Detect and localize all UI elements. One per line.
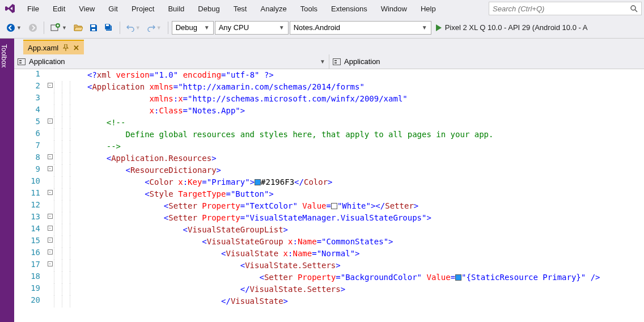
- code-line[interactable]: <?xml version="1.0" encoding="utf-8" ?>: [85, 69, 644, 81]
- line-number: 11: [14, 188, 46, 200]
- code-line[interactable]: <VisualStateGroup x:Name="CommonStates">: [85, 236, 644, 248]
- nav-type-dropdown[interactable]: Application ▼: [14, 54, 329, 69]
- code-editor[interactable]: 12-345-678-9-1011-1213-14-15-16-17-18192…: [14, 69, 644, 322]
- code-line[interactable]: <Application.Resources>: [85, 152, 644, 164]
- code-line[interactable]: <Application xmlns="http://xamarin.com/s…: [85, 81, 644, 93]
- fold-toggle: [46, 176, 54, 188]
- toolbox-panel-tab[interactable]: Toolbox: [0, 39, 14, 322]
- fold-toggle: [46, 105, 54, 117]
- svg-point-0: [631, 6, 635, 10]
- menu-debug[interactable]: Debug: [191, 2, 226, 15]
- menu-tools[interactable]: Tools: [294, 2, 324, 15]
- fold-toggle[interactable]: -: [46, 81, 54, 93]
- menu-project[interactable]: Project: [125, 2, 161, 15]
- search-box[interactable]: [489, 2, 642, 15]
- gutter-row: 3: [14, 93, 85, 105]
- code-line[interactable]: <VisualStateGroupList>: [85, 224, 644, 236]
- line-number: 16: [14, 248, 46, 260]
- menu-git[interactable]: Git: [101, 2, 125, 15]
- line-number: 6: [14, 129, 46, 141]
- search-input[interactable]: [493, 5, 630, 13]
- fold-toggle[interactable]: -: [46, 188, 54, 200]
- fold-toggle[interactable]: -: [46, 164, 54, 176]
- gutter-row: 18: [14, 272, 85, 283]
- code-line[interactable]: </VisualState.Setters>: [85, 283, 644, 295]
- start-debug-button[interactable]: Pixel 2 XL Q 10.0 - API 29 (Android 10.0…: [433, 20, 594, 35]
- fold-toggle: [46, 283, 54, 295]
- gutter-row: 10: [14, 176, 85, 188]
- menu-analyze[interactable]: Analyze: [253, 2, 293, 15]
- code-line[interactable]: <Setter Property="VisualStateManager.Vis…: [85, 212, 644, 224]
- line-number: 14: [14, 224, 46, 236]
- svg-line-1: [635, 10, 637, 12]
- fold-toggle[interactable]: -: [46, 224, 54, 236]
- gutter-row: 8-: [14, 152, 85, 164]
- menu-edit[interactable]: Edit: [46, 2, 72, 15]
- menu-build[interactable]: Build: [161, 2, 191, 15]
- nav-back-button[interactable]: ▼: [3, 20, 24, 35]
- fold-toggle: [46, 69, 54, 81]
- code-line[interactable]: <!--: [85, 117, 644, 129]
- config-dropdown[interactable]: Debug▼: [172, 21, 214, 35]
- code-line[interactable]: -->: [85, 141, 644, 152]
- gutter-row: 11-: [14, 188, 85, 200]
- startup-project-dropdown[interactable]: Notes.Android▼: [290, 21, 431, 35]
- new-project-button[interactable]: ▼: [48, 20, 70, 35]
- gutter-row: 12: [14, 200, 85, 212]
- platform-dropdown[interactable]: Any CPU▼: [215, 21, 289, 35]
- fold-toggle[interactable]: -: [46, 248, 54, 260]
- fold-toggle[interactable]: -: [46, 152, 54, 164]
- close-icon[interactable]: ✕: [73, 44, 79, 52]
- nav-member-dropdown[interactable]: Application: [329, 54, 644, 69]
- save-all-button[interactable]: [101, 20, 116, 35]
- line-number: 7: [14, 141, 46, 152]
- class-icon: [333, 58, 341, 65]
- code-line[interactable]: </VisualState>: [85, 295, 644, 307]
- redo-button[interactable]: ▼: [145, 20, 164, 35]
- pin-icon[interactable]: [63, 44, 69, 51]
- menu-test[interactable]: Test: [227, 2, 254, 15]
- code-line[interactable]: <Color x:Key="Primary">#2196F3</Color>: [85, 176, 644, 188]
- code-line[interactable]: <VisualState.Setters>: [85, 260, 644, 272]
- fold-toggle: [46, 93, 54, 105]
- code-line[interactable]: <VisualState x:Name="Normal">: [85, 248, 644, 260]
- gutter-row: 5-: [14, 117, 85, 129]
- line-number: 10: [14, 176, 46, 188]
- menubar: FileEditViewGitProjectBuildDebugTestAnal…: [0, 0, 644, 17]
- code-line[interactable]: <Setter Property="TextColor" Value="Whit…: [85, 200, 644, 212]
- menu-help[interactable]: Help: [414, 2, 443, 15]
- menu-view[interactable]: View: [72, 2, 101, 15]
- code-line[interactable]: <Style TargetType="Button">: [85, 188, 644, 200]
- code-line[interactable]: <ResourceDictionary>: [85, 164, 644, 176]
- fold-toggle[interactable]: -: [46, 260, 54, 272]
- svg-point-3: [29, 24, 37, 32]
- line-number: 18: [14, 272, 46, 283]
- code-line[interactable]: x:Class="Notes.App">: [85, 105, 644, 117]
- gutter-row: 13-: [14, 212, 85, 224]
- nav-forward-button[interactable]: [26, 20, 40, 35]
- code-line[interactable]: Define global resources and styles here,…: [85, 129, 644, 141]
- gutter-row: 9-: [14, 164, 85, 176]
- menu-file[interactable]: File: [20, 2, 46, 15]
- code-line[interactable]: <Setter Property="BackgroundColor" Value…: [85, 272, 644, 283]
- fold-toggle[interactable]: -: [46, 236, 54, 248]
- svg-rect-6: [91, 25, 95, 27]
- menu-extensions[interactable]: Extensions: [324, 2, 374, 15]
- fold-toggle[interactable]: -: [46, 212, 54, 224]
- tab-title: App.xaml: [28, 44, 58, 52]
- gutter-row: 16-: [14, 248, 85, 260]
- gutter-row: 19: [14, 283, 85, 295]
- fold-toggle[interactable]: -: [46, 117, 54, 129]
- line-number: 20: [14, 295, 46, 307]
- document-tab[interactable]: App.xaml ✕: [23, 40, 84, 54]
- save-button[interactable]: [87, 20, 100, 35]
- open-file-button[interactable]: [71, 20, 86, 35]
- navigation-bar: Application ▼ Application: [14, 54, 644, 69]
- line-number: 15: [14, 236, 46, 248]
- fold-toggle: [46, 129, 54, 141]
- line-number: 3: [14, 93, 46, 105]
- line-number: 5: [14, 117, 46, 129]
- undo-button[interactable]: ▼: [124, 20, 143, 35]
- code-line[interactable]: xmlns:x="http://schemas.microsoft.com/wi…: [85, 93, 644, 105]
- menu-window[interactable]: Window: [374, 2, 414, 15]
